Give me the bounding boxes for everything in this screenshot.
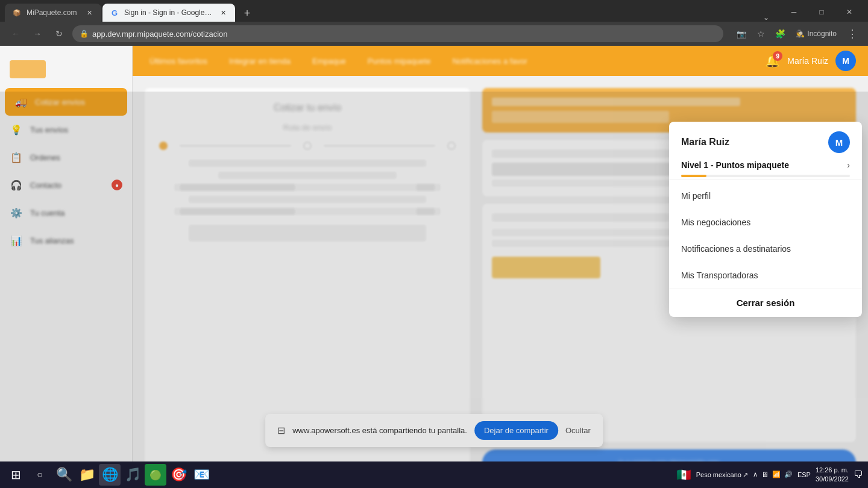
sidebar-logo-image bbox=[10, 60, 46, 78]
sidebar-item-cotizar-label: Cotizar envíos bbox=[35, 98, 85, 107]
taskbar-app-chrome[interactable]: 🌐 bbox=[99, 464, 121, 486]
taskbar-right: 🇲🇽 Peso mexicano ↗ ∧ 🖥 📶 🔊 ESP 12:26 p. … bbox=[676, 466, 863, 484]
topnav-ultimos[interactable]: Últimos favoritos bbox=[145, 54, 212, 68]
sidebar-item-tus-alianzas-label: Tus alianzas bbox=[30, 236, 74, 245]
tab-favicon-google: G bbox=[110, 8, 119, 17]
dropdown-header: María Ruiz M bbox=[669, 122, 862, 158]
sidebar-logo bbox=[0, 55, 132, 88]
taskbar-time[interactable]: 12:26 p. m. 30/09/2022 bbox=[816, 466, 849, 484]
tab-overflow-button[interactable]: ⌄ bbox=[758, 13, 774, 22]
dropdown-item-transportadoras[interactable]: Mis Transportadoras bbox=[669, 262, 862, 289]
taskbar-sound-icon: 🔊 bbox=[784, 471, 793, 479]
topnav-notificaciones[interactable]: Notificaciones a favor bbox=[447, 54, 532, 68]
taskbar-currency: Peso mexicano ↗ bbox=[696, 471, 748, 479]
user-name-button[interactable]: María Ruiz bbox=[787, 56, 828, 66]
notifications-button[interactable]: 🔔 9 bbox=[765, 54, 780, 68]
share-banner: ⊟ www.apowersoft.es está compartiendo tu… bbox=[265, 414, 603, 447]
sidebar-item-tus-alianzas[interactable]: 📊 Tus alianzas bbox=[0, 227, 132, 254]
route-line bbox=[180, 145, 291, 146]
tab-title-mipaquete: MiPaquete.com bbox=[27, 8, 80, 17]
tab-close-google[interactable]: ✕ bbox=[218, 8, 228, 17]
sidebar-item-tu-cuenta[interactable]: ⚙️ Tu cuenta bbox=[0, 199, 132, 227]
dropdown-avatar: M bbox=[828, 131, 850, 153]
contacto-badge: ● bbox=[112, 180, 122, 190]
dropdown-item-mi-perfil[interactable]: Mi perfil bbox=[669, 183, 862, 209]
taskbar-search-button[interactable]: ○ bbox=[29, 464, 51, 486]
tab-favicon-mipaquete: 📦 bbox=[12, 8, 22, 17]
refresh-button[interactable]: ↻ bbox=[51, 25, 68, 42]
route-destination-dot bbox=[447, 142, 456, 150]
dropdown-progress-fill bbox=[681, 175, 706, 177]
tab-bar: 📦 MiPaquete.com ✕ G Sign in - Sign in - … bbox=[0, 0, 868, 22]
taskbar-flag-icon: 🇲🇽 bbox=[676, 468, 691, 482]
taskbar-wifi-icon: 📶 bbox=[772, 471, 781, 479]
back-button[interactable]: ← bbox=[7, 25, 24, 42]
route-origin-dot bbox=[159, 142, 168, 150]
menu-button[interactable]: ⋮ bbox=[844, 25, 861, 42]
topnav-empaque[interactable]: Empaque bbox=[307, 54, 351, 68]
forward-button[interactable]: → bbox=[29, 25, 46, 42]
notification-center-icon[interactable]: 🗨 bbox=[854, 469, 863, 480]
top-nav: Últimos favoritos Integrar en tienda Emp… bbox=[133, 46, 868, 76]
trending-up-icon: ↗ bbox=[743, 471, 748, 479]
hide-share-button[interactable]: Ocultar bbox=[565, 426, 591, 435]
camera-off-icon[interactable]: 📷 bbox=[733, 25, 750, 42]
taskbar-system-icons: ∧ 🖥 📶 🔊 bbox=[753, 471, 793, 479]
app-container: 🚚 Cotizar envíos 💡 Tus envíos 📋 Ordenes … bbox=[0, 46, 868, 488]
user-avatar-button[interactable]: M bbox=[835, 51, 856, 71]
incognito-button[interactable]: 🕵 Incógnito bbox=[791, 27, 841, 40]
window-controls: ─ □ ✕ bbox=[780, 2, 863, 22]
dropdown-progress-bar bbox=[681, 175, 850, 177]
taskbar-app-7[interactable]: 📧 bbox=[190, 464, 212, 486]
dropdown-level-text: Nivel 1 - Puntos mipaquete bbox=[681, 160, 789, 170]
tab-mipaquete[interactable]: 📦 MiPaquete.com ✕ bbox=[5, 4, 101, 22]
panel-title: Cotizar tu envío bbox=[159, 102, 456, 113]
taskbar-date-value: 30/09/2022 bbox=[816, 475, 849, 484]
taskbar-app-music[interactable]: 🎵 bbox=[122, 464, 143, 486]
taskbar-app-2[interactable]: 📁 bbox=[76, 464, 98, 486]
dropdown-divider-1 bbox=[669, 180, 862, 180]
dropdown-item-mis-negociaciones[interactable]: Mis negociaciones bbox=[669, 209, 862, 236]
route-waypoint bbox=[303, 142, 312, 150]
taskbar-network-icon: 🖥 bbox=[761, 471, 769, 479]
sidebar-item-contacto-label: Contacto bbox=[30, 181, 61, 190]
route-line2 bbox=[324, 145, 435, 146]
user-dropdown-menu: María Ruiz M Nivel 1 - Puntos mipaquete … bbox=[669, 122, 862, 317]
url-bar[interactable]: 🔒 app.dev.mpr.mipaquete.com/cotizacion bbox=[72, 25, 723, 42]
logout-button[interactable]: Cerrar sesión bbox=[737, 298, 795, 308]
dropdown-level[interactable]: Nivel 1 - Puntos mipaquete › bbox=[669, 158, 862, 175]
truck-icon: 🚚 bbox=[14, 95, 28, 108]
browser-chrome: 📦 MiPaquete.com ✕ G Sign in - Sign in - … bbox=[0, 0, 868, 46]
sidebar-item-tus-envios[interactable]: 💡 Tus envíos bbox=[0, 116, 132, 143]
settings-icon: ⚙️ bbox=[10, 206, 23, 219]
sidebar: 🚚 Cotizar envíos 💡 Tus envíos 📋 Ordenes … bbox=[0, 46, 133, 488]
tab-close-mipaquete[interactable]: ✕ bbox=[84, 8, 94, 17]
taskbar-app-5[interactable]: 🟢 bbox=[145, 464, 166, 486]
close-button[interactable]: ✕ bbox=[835, 2, 863, 22]
maximize-button[interactable]: □ bbox=[808, 2, 835, 22]
bookmark-icon[interactable]: ☆ bbox=[752, 25, 769, 42]
taskbar-time-value: 12:26 p. m. bbox=[816, 466, 849, 475]
sidebar-item-ordenes-label: Ordenes bbox=[30, 153, 60, 162]
sidebar-item-tu-cuenta-label: Tu cuenta bbox=[30, 208, 64, 217]
tab-google[interactable]: G Sign in - Sign in - Google Accounts ✕ bbox=[102, 4, 235, 22]
sidebar-item-cotizar[interactable]: 🚚 Cotizar envíos bbox=[5, 88, 127, 116]
tab-title-google: Sign in - Sign in - Google Accounts bbox=[124, 8, 213, 17]
dropdown-footer: Cerrar sesión bbox=[669, 289, 862, 317]
minimize-button[interactable]: ─ bbox=[780, 2, 808, 22]
stop-sharing-button[interactable]: Dejar de compartir bbox=[474, 421, 558, 440]
taskbar-app-6[interactable]: 🎯 bbox=[168, 464, 189, 486]
address-bar: ← → ↻ 🔒 app.dev.mpr.mipaquete.com/cotiza… bbox=[0, 22, 868, 46]
sidebar-item-ordenes[interactable]: 📋 Ordenes bbox=[0, 143, 132, 171]
new-tab-button[interactable]: + bbox=[239, 5, 256, 22]
taskbar-app-1[interactable]: 🔍 bbox=[53, 464, 75, 486]
sidebar-item-contacto[interactable]: 🎧 Contacto ● bbox=[0, 171, 132, 199]
topnav-integrar[interactable]: Integrar en tienda bbox=[224, 54, 295, 68]
start-button[interactable]: ⊞ bbox=[5, 464, 27, 486]
dropdown-item-notificaciones[interactable]: Notificaciones a destinatarios bbox=[669, 236, 862, 262]
extension-icon[interactable]: 🧩 bbox=[772, 25, 788, 42]
route-indicator bbox=[159, 142, 456, 150]
topnav-puntos[interactable]: Puntos mipaquete bbox=[363, 54, 436, 68]
sidebar-item-tus-envios-label: Tus envíos bbox=[30, 125, 68, 134]
taskbar-apps: 🔍 📁 🌐 🎵 🟢 🎯 📧 bbox=[53, 464, 212, 486]
